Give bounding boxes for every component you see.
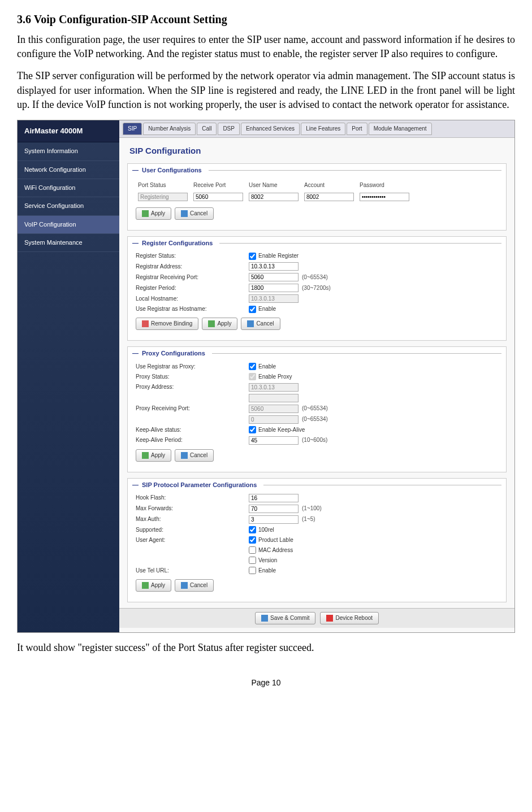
bottom-button-bar: Save & Commit Device Reboot	[119, 608, 514, 628]
col-user-name: User Name	[246, 180, 302, 190]
use-tel-url-text: Enable	[258, 567, 276, 575]
register-status-label: Register Status:	[136, 252, 249, 260]
register-config-legend: Register Configurations	[142, 239, 213, 247]
max-forwards-field[interactable]	[249, 505, 299, 513]
use-registrar-proxy-label: Use Registrar as Proxy:	[136, 363, 249, 371]
cancel-button[interactable]: Cancel	[241, 318, 280, 330]
use-registrar-proxy-checkbox[interactable]	[249, 363, 256, 370]
account-field[interactable]	[304, 193, 354, 201]
collapse-icon[interactable]: —	[132, 349, 139, 358]
use-registrar-hostname-label: Use Registrar as Hostname:	[136, 305, 249, 313]
tab-module-mgmt[interactable]: Module Management	[369, 123, 432, 135]
local-hostname-field	[249, 294, 299, 303]
use-tel-url-label: Use Tel URL:	[136, 567, 249, 575]
enable-register-checkbox[interactable]	[249, 253, 256, 260]
proxy-address-label: Proxy Address:	[136, 383, 249, 391]
tab-sip[interactable]: SIP	[123, 123, 142, 135]
receive-port-field[interactable]	[193, 193, 243, 201]
page-number: Page 10	[17, 678, 515, 689]
col-port-status: Port Status	[136, 180, 191, 190]
cancel-button[interactable]: Cancel	[175, 207, 214, 220]
nav-network-config[interactable]: Network Configuration	[18, 161, 119, 179]
nav-system-info[interactable]: System Information	[18, 142, 119, 160]
nav-voip-config[interactable]: VoIP Configuration	[18, 216, 119, 234]
use-registrar-hostname-text: Enable	[258, 305, 276, 313]
proxy-port-field-1	[249, 405, 299, 413]
user-config-legend: User Configurations	[142, 166, 202, 175]
proxy-port-field-2	[249, 415, 299, 424]
ua-version-text: Version	[258, 557, 277, 565]
keepalive-period-hint: (10~600s)	[302, 436, 327, 444]
enable-keepalive-checkbox[interactable]	[249, 426, 256, 433]
apply-button[interactable]: Apply	[136, 449, 171, 462]
apply-button[interactable]: Apply	[202, 318, 237, 330]
nav-service-config[interactable]: Service Configuration	[18, 197, 119, 215]
collapse-icon[interactable]: —	[132, 239, 139, 247]
apply-button[interactable]: Apply	[136, 207, 171, 220]
save-commit-button[interactable]: Save & Commit	[255, 612, 315, 624]
user-config-section: —User Configurations Port Status Receive…	[127, 163, 507, 231]
max-auth-hint: (1~5)	[302, 515, 315, 523]
proxy-config-section: —Proxy Configurations Use Registrar as P…	[127, 346, 507, 472]
ua-product-checkbox[interactable]	[249, 536, 256, 544]
registrar-port-label: Registrar Receiving Port:	[136, 273, 249, 281]
enable-register-text: Enable Register	[258, 252, 299, 260]
remove-binding-button[interactable]: Remove Binding	[136, 318, 198, 330]
tab-port[interactable]: Port	[347, 123, 367, 135]
max-auth-field[interactable]	[249, 515, 299, 524]
device-reboot-button[interactable]: Device Reboot	[320, 612, 379, 624]
supported-label: Supported:	[136, 526, 249, 534]
max-auth-label: Max Auth:	[136, 515, 249, 523]
cancel-button[interactable]: Cancel	[175, 579, 214, 592]
remove-icon	[142, 320, 149, 327]
use-tel-url-checkbox[interactable]	[249, 567, 256, 574]
tab-bar: SIP Number Analysis Call DSP Enhanced Se…	[119, 120, 514, 138]
cancel-icon	[247, 320, 254, 327]
hook-flash-field[interactable]	[249, 494, 299, 502]
hook-flash-label: Hook Flash:	[136, 494, 249, 502]
local-hostname-label: Local Hostname:	[136, 295, 249, 303]
password-field[interactable]	[360, 193, 409, 201]
keepalive-status-label: Keep-Alive status:	[136, 426, 249, 434]
nav-wifi-config[interactable]: WiFi Configuration	[18, 179, 119, 197]
register-period-field[interactable]	[249, 284, 299, 292]
port-status-field	[138, 193, 188, 201]
enable-keepalive-text: Enable Keep-Alive	[258, 426, 305, 434]
keepalive-period-field[interactable]	[249, 436, 299, 445]
user-name-field[interactable]	[249, 193, 299, 201]
registrar-address-label: Registrar Address:	[136, 263, 249, 271]
ua-version-checkbox[interactable]	[249, 557, 256, 564]
proxy-address-field	[249, 383, 299, 392]
proxy-port-hint-1: (0~65534)	[302, 405, 328, 412]
paragraph-2: The SIP server configuration will be per…	[17, 69, 515, 112]
ua-mac-checkbox[interactable]	[249, 546, 256, 554]
enable-proxy-text: Enable Proxy	[258, 373, 292, 381]
tab-number-analysis[interactable]: Number Analysis	[143, 123, 196, 135]
cancel-button[interactable]: Cancel	[175, 449, 214, 462]
save-icon	[261, 615, 268, 622]
collapse-icon[interactable]: —	[132, 166, 139, 175]
registrar-port-field[interactable]	[249, 273, 299, 281]
proxy-config-legend: Proxy Configurations	[142, 349, 205, 358]
supported-100rel-checkbox[interactable]	[249, 526, 256, 533]
apply-button[interactable]: Apply	[136, 579, 171, 592]
collapse-icon[interactable]: —	[132, 481, 139, 489]
col-receive-port: Receive Port	[191, 180, 246, 190]
check-icon	[142, 582, 149, 589]
registrar-address-field[interactable]	[249, 262, 299, 271]
tab-dsp[interactable]: DSP	[218, 123, 240, 135]
use-registrar-hostname-checkbox[interactable]	[249, 306, 256, 313]
tab-enhanced-services[interactable]: Enhanced Services	[241, 123, 300, 135]
paragraph-3: It would show "register success" of the …	[17, 641, 515, 655]
check-icon	[142, 210, 149, 217]
paragraph-1: In this configuration page, the user req…	[17, 33, 515, 61]
sip-protocol-section: —SIP Protocol Parameter Configurations H…	[127, 478, 507, 602]
power-icon	[326, 615, 333, 622]
tab-call[interactable]: Call	[197, 123, 217, 135]
max-forwards-hint: (1~100)	[302, 505, 322, 513]
user-table-row	[136, 192, 498, 202]
nav-system-maint[interactable]: System Maintenance	[18, 234, 119, 252]
tab-line-features[interactable]: Line Features	[301, 123, 345, 135]
screenshot-container: AirMaster 4000M System Information Netwo…	[17, 120, 515, 633]
register-period-hint: (30~7200s)	[302, 284, 331, 292]
